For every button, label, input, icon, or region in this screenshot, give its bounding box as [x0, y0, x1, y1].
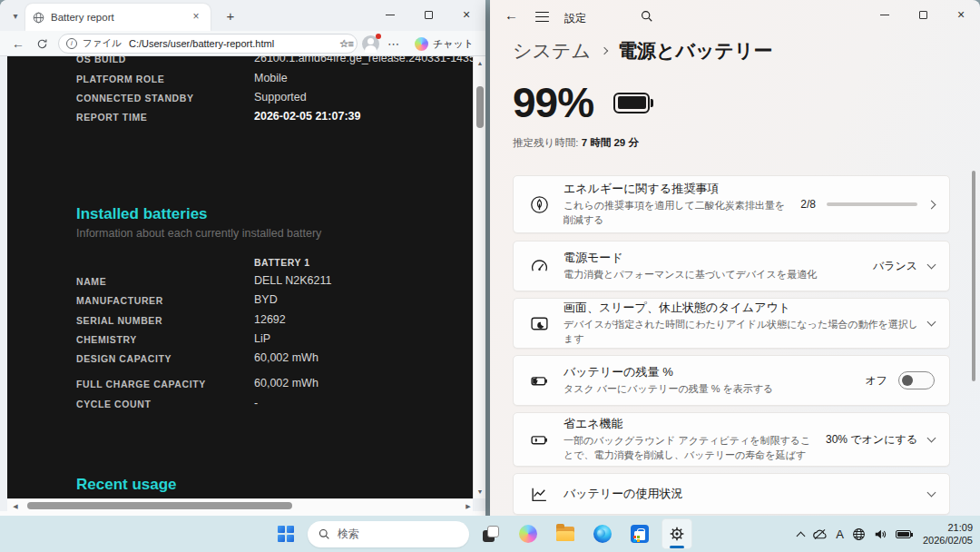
- browser-minimize-button[interactable]: [371, 0, 409, 29]
- breadcrumb-separator-icon: [601, 47, 608, 54]
- windows-logo-icon: [278, 526, 294, 542]
- browser-maximize-button[interactable]: [409, 0, 447, 29]
- copilot-taskbar-button[interactable]: [513, 518, 544, 549]
- onedrive-paused-icon[interactable]: [812, 528, 828, 540]
- tray-clock[interactable]: 21:09 2026/02/05: [923, 521, 973, 547]
- browser-close-button[interactable]: ×: [447, 0, 485, 29]
- ime-indicator[interactable]: A: [836, 527, 844, 541]
- settings-taskbar-button[interactable]: [662, 518, 692, 549]
- copilot-icon: [519, 525, 537, 543]
- horizontal-scrollbar[interactable]: ◀ ▶: [7, 498, 473, 511]
- taskbar-search[interactable]: 検索: [308, 521, 469, 547]
- tray-overflow-chevron-icon[interactable]: [797, 531, 806, 540]
- navigation-menu-icon[interactable]: [535, 12, 549, 22]
- settings-minimize-button[interactable]: [866, 0, 904, 29]
- toolbar-right-group: ☆≡ ⋯ チャット: [339, 33, 480, 54]
- remaining-value: 7 時間 29 分: [582, 137, 639, 148]
- report-value: 60,002 mWh: [254, 377, 318, 389]
- installed-batteries-subtitle: Information about each currently install…: [76, 227, 321, 240]
- network-globe-icon[interactable]: [852, 527, 866, 541]
- settings-scrollbar-thumb[interactable]: [972, 171, 975, 381]
- toggle-knob: [902, 375, 913, 386]
- settings-search-icon[interactable]: [641, 10, 653, 26]
- report-label: PLATFORM ROLE: [76, 74, 164, 84]
- card-title: 省エネ機能: [564, 416, 817, 432]
- folder-icon: [556, 527, 574, 541]
- volume-icon[interactable]: [874, 528, 887, 540]
- energy-saver-value[interactable]: 30% でオンにする: [826, 432, 917, 448]
- battery-percent-toggle[interactable]: [898, 371, 935, 389]
- energy-progress-label: 2/8: [800, 198, 816, 211]
- chevron-down-icon[interactable]: [927, 488, 936, 497]
- scroll-left-icon[interactable]: ◀: [9, 503, 22, 510]
- card-battery-percent[interactable]: バッテリーの残量 % タスク バーにバッテリーの残量 % を表示する オフ: [513, 355, 950, 406]
- store-button[interactable]: [624, 518, 655, 549]
- scroll-right-icon[interactable]: ▶: [462, 503, 475, 510]
- task-view-icon: [483, 526, 499, 542]
- new-tab-button[interactable]: +: [221, 7, 240, 25]
- copilot-icon: [415, 37, 428, 51]
- edge-button[interactable]: [587, 518, 618, 549]
- refresh-button[interactable]: [33, 34, 51, 53]
- vertical-scroll-thumb[interactable]: [476, 86, 484, 128]
- report-value: BYD: [254, 293, 278, 306]
- eco-leaf-icon: [530, 195, 552, 214]
- toggle-state-label: オフ: [865, 373, 887, 389]
- card-screen-sleep-timeouts[interactable]: 画面、スリープ、休止状態のタイムアウト デバイスが指定された時間にわたりアイドル…: [513, 298, 950, 349]
- battery-report-page: OS BUILD 26100.1.amd64fre.ge_release.240…: [7, 56, 473, 498]
- card-subtitle: タスク バーにバッテリーの残量 % を表示する: [564, 382, 856, 397]
- chevron-down-icon[interactable]: [927, 317, 936, 326]
- tab-search-chevron-icon[interactable]: ▾: [7, 8, 24, 25]
- power-mode-value[interactable]: バランス: [873, 259, 917, 274]
- copilot-chat-button[interactable]: チャット: [408, 35, 480, 53]
- task-view-button[interactable]: [475, 518, 506, 549]
- report-row: CONNECTED STANDBY Supported: [7, 90, 473, 109]
- tab-close-icon[interactable]: ×: [189, 10, 203, 25]
- recent-usage-title: Recent usage: [76, 476, 177, 494]
- browser-menu-icon[interactable]: ⋯: [387, 37, 400, 51]
- edge-icon: [593, 525, 612, 543]
- system-tray: A 21:09 2026/02/05: [798, 521, 973, 547]
- breadcrumb-system[interactable]: システム: [513, 38, 591, 64]
- vertical-scrollbar[interactable]: ▲ ▼: [473, 56, 485, 498]
- card-title: 画面、スリープ、休止状態のタイムアウト: [564, 300, 919, 316]
- speedometer-icon: [530, 257, 552, 276]
- address-protocol: ファイル: [83, 37, 122, 50]
- chevron-right-icon: [927, 200, 936, 209]
- page-title: 電源とバッテリー: [618, 38, 772, 64]
- report-label: CONNECTED STANDBY: [76, 93, 194, 104]
- report-value: 60,002 mWh: [254, 351, 318, 364]
- address-bar[interactable]: i ファイル C:/Users/user/battery-report.html…: [58, 34, 358, 54]
- card-battery-usage[interactable]: バッテリーの使用状況: [513, 473, 950, 515]
- report-label: NAME: [76, 276, 106, 287]
- report-label: OS BUILD: [76, 56, 126, 64]
- settings-close-button[interactable]: ×: [942, 0, 980, 29]
- back-button[interactable]: ←: [9, 34, 27, 53]
- scroll-up-icon[interactable]: ▲: [474, 60, 486, 66]
- report-value: 12692: [254, 313, 286, 326]
- address-url[interactable]: C:/Users/user/battery-report.html: [129, 38, 339, 49]
- card-energy-recommendations[interactable]: エネルギーに関する推奨事項 これらの推奨事項を適用して二酸化炭素排出量を削減する…: [513, 175, 950, 233]
- report-value: Supported: [254, 91, 307, 104]
- remaining-label: 推定残り時間:: [513, 137, 578, 148]
- profile-avatar[interactable]: [362, 35, 379, 53]
- card-title: バッテリーの残量 %: [564, 364, 856, 380]
- collections-icon[interactable]: ☆≡: [339, 38, 354, 50]
- horizontal-scroll-thumb[interactable]: [27, 502, 292, 509]
- card-power-mode[interactable]: 電源モード 電力消費とパフォーマンスに基づいてデバイスを最適化 バランス: [513, 241, 950, 291]
- tray-time: 21:09: [923, 521, 973, 534]
- settings-back-button[interactable]: ←: [505, 7, 518, 23]
- settings-maximize-button[interactable]: [904, 0, 942, 29]
- tray-battery-icon[interactable]: [896, 530, 911, 538]
- report-row: SERIAL NUMBER 12692: [7, 312, 473, 331]
- chevron-down-icon[interactable]: [927, 433, 936, 442]
- card-energy-saver[interactable]: 省エネ機能 一部のバックグラウンド アクティビティを制限することで、電力消費を削…: [513, 412, 950, 467]
- chevron-down-icon[interactable]: [927, 260, 936, 269]
- browser-tabstrip: ▾ Battery report × + ×: [0, 0, 485, 31]
- page-info-icon[interactable]: i: [66, 38, 77, 49]
- file-explorer-button[interactable]: [550, 518, 581, 549]
- scroll-down-icon[interactable]: ▼: [474, 488, 486, 495]
- start-button[interactable]: [270, 518, 301, 549]
- browser-tab[interactable]: Battery report ×: [25, 4, 211, 31]
- close-icon: ×: [463, 8, 470, 21]
